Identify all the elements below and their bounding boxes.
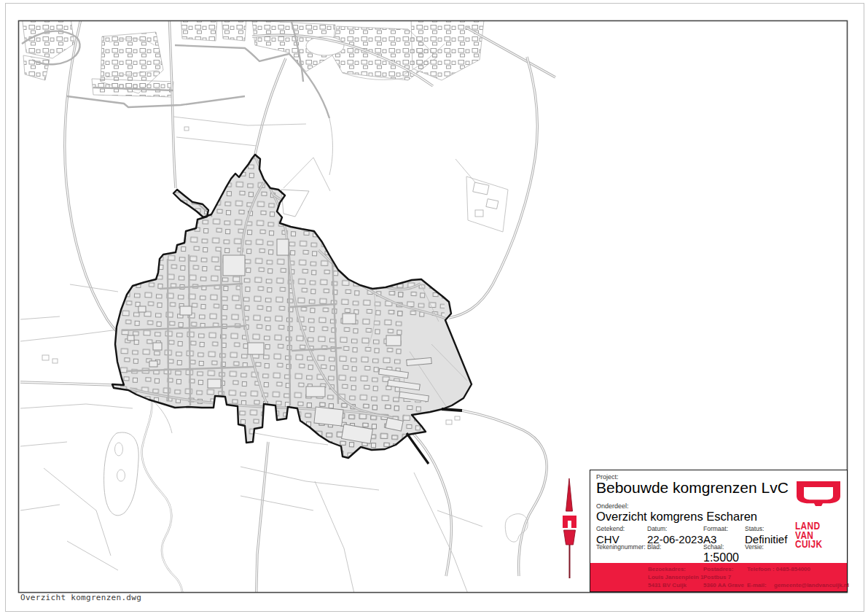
komgrens-segment	[442, 409, 462, 411]
visit-address1: Louis Jansenplein 1	[648, 574, 703, 580]
north-arrow-icon	[563, 478, 576, 578]
field-schaal: Schaal: 1:5000	[703, 543, 739, 564]
visit-address2: 5431 BV Cuijk	[648, 582, 687, 588]
section-label: Onderdeel:	[596, 502, 629, 510]
drawing-filename: Overzicht komgrenzen.dwg	[20, 593, 141, 602]
title-block: Project: Bebouwde komgrenzen LvC Onderde…	[590, 470, 848, 592]
field-versie: Versie:	[745, 543, 764, 551]
field-formaat: Formaat: A3	[703, 525, 728, 545]
field-blad: Blad:	[647, 543, 661, 551]
field-getekend: Getekend: CHV	[596, 525, 625, 545]
land-van-cuijk-logo: LAND VAN CUIJK	[795, 481, 842, 563]
field-status: Status: Definitief	[745, 525, 787, 545]
field-datum: Datum: 22-06-2023	[647, 525, 703, 545]
field-tekeningnummer: Tekeningnummer:	[596, 543, 646, 551]
contact-band: Bezoekadres: Louis Jansenplein 1 5431 BV…	[590, 563, 847, 591]
post-address2: 5360 AA Grave	[703, 582, 744, 588]
post-label: Postadres:	[703, 566, 733, 572]
visit-label: Bezoekadres:	[648, 566, 686, 572]
project-title: Bebouwde komgrenzen LvC	[596, 479, 789, 497]
parcel-wedge	[281, 190, 309, 217]
email-value: gemeente@landvancuijk.nl	[774, 582, 849, 588]
section-title: Overzicht komgrens Escharen	[596, 510, 757, 524]
post-address1: Postbus 7	[703, 574, 731, 580]
phone: Telefoon : 0485-854000	[747, 566, 810, 572]
email-label: E-mail:	[747, 582, 767, 588]
logo-mark-icon	[797, 481, 840, 519]
logo-text: LAND VAN CUIJK	[795, 521, 833, 549]
drawing-sheet: Project: Bebouwde komgrenzen LvC Onderde…	[0, 0, 868, 614]
